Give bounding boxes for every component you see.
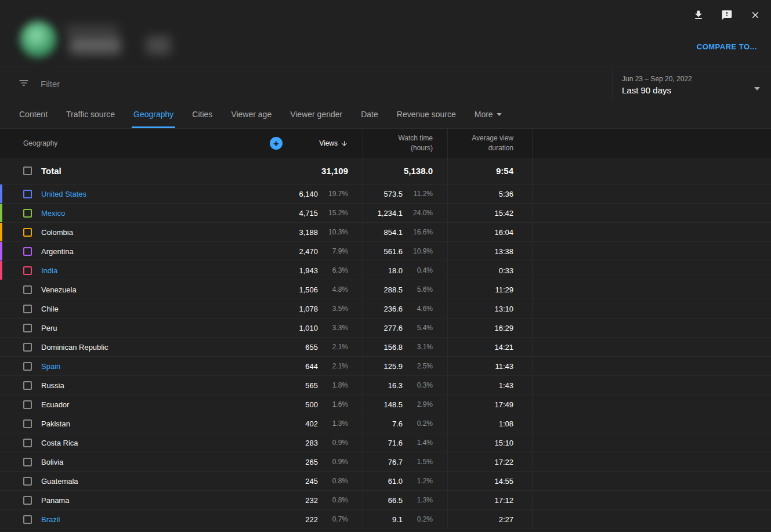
row-spacer [532,223,771,241]
views-value: 2,470 [299,247,318,256]
row-checkbox[interactable] [23,247,32,256]
row-spacer [532,158,771,184]
table-row[interactable]: Ecuador 500 1.6% 148.5 2.9% 17:49 [0,395,771,414]
download-icon[interactable] [692,9,705,21]
row-checkbox[interactable] [23,228,32,237]
tab-content[interactable]: Content [10,100,57,128]
country-name[interactable]: Costa Rica [41,439,78,447]
row-spacer [532,338,771,356]
compare-to-button[interactable]: COMPARE TO... [697,42,757,51]
tab-revenue-source[interactable]: Revenue source [388,100,465,128]
row-checkbox[interactable] [23,439,32,447]
country-name[interactable]: India [41,266,57,275]
redacted-channel-name [70,37,121,54]
views-percent: 3.5% [318,305,348,313]
country-name[interactable]: Dominican Republic [41,343,108,352]
views-column-header[interactable]: Views [276,129,363,158]
table-row[interactable]: Bolivia 265 0.9% 76.7 1.5% 17:22 [0,453,771,472]
row-checkbox[interactable] [23,209,32,218]
table-header: Geography + Views Watch time (hours) Ave… [0,129,771,158]
table-row[interactable]: Dominican Republic 655 2.1% 156.8 3.1% 1… [0,338,771,357]
row-checkbox[interactable] [23,496,32,505]
views-percent: 0.8% [318,496,348,504]
watch-time-value: 66.5 [388,496,403,505]
country-name[interactable]: Mexico [41,209,65,218]
window-actions [692,9,762,21]
avg-duration-value: 1:43 [499,381,513,390]
date-range-selector[interactable]: Jun 23 – Sep 20, 2022 Last 90 days [612,67,771,100]
chevron-down-icon [497,113,502,116]
table-row[interactable]: United States 6,140 19.7% 573.5 11.2% 5:… [0,184,771,204]
country-name[interactable]: Venezuela [41,285,77,294]
table-row[interactable]: Russia 565 1.8% 16.3 0.3% 1:43 [0,376,771,395]
avg-duration-value: 11:29 [495,285,513,294]
watch-time-value: 1,234.1 [378,209,403,218]
row-spacer [532,299,771,318]
row-checkbox[interactable] [23,266,32,275]
watch-time-column-header[interactable]: Watch time (hours) [363,129,447,158]
table-row[interactable]: Mexico 4,715 15.2% 1,234.1 24.0% 15:42 [0,204,771,223]
table-row[interactable]: Argentina 2,470 7.9% 561.6 10.9% 13:38 [0,242,771,261]
table-row[interactable]: Guatemala 245 0.8% 61.0 1.2% 14:55 [0,472,771,491]
filter-input[interactable]: Filter [0,67,612,100]
tab-more[interactable]: More [465,100,511,128]
row-checkbox[interactable] [23,305,32,313]
views-value: 4,715 [299,209,318,218]
table-row[interactable]: Spain 644 2.1% 125.9 2.5% 11:43 [0,357,771,376]
add-metric-button[interactable]: + [270,137,283,150]
country-name[interactable]: Argentina [41,247,74,256]
country-name[interactable]: Panama [41,496,69,505]
tab-viewer-age[interactable]: Viewer age [222,100,281,128]
country-name[interactable]: Russia [41,381,64,390]
avg-duration-column-header[interactable]: Average view duration [447,129,532,158]
country-name[interactable]: Chile [41,305,59,313]
row-checkbox[interactable] [23,515,32,524]
table-row[interactable]: Pakistan 402 1.3% 7.6 0.2% 1:08 [0,414,771,433]
total-row: Total 31,109 5,138.0 9:54 [0,158,771,184]
country-name[interactable]: Bolivia [41,458,63,466]
table-row[interactable]: Venezuela 1,506 4.8% 288.5 5.6% 11:29 [0,280,771,299]
watch-time-percent: 0.4% [403,266,433,274]
country-name[interactable]: Spain [41,362,60,371]
table-row[interactable]: Colombia 3,188 10.3% 854.1 16.6% 16:04 [0,223,771,242]
row-checkbox[interactable] [23,400,32,409]
tab-cities[interactable]: Cities [183,100,222,128]
row-checkbox[interactable] [23,285,32,294]
country-name[interactable]: Peru [41,324,57,332]
table-row[interactable]: Panama 232 0.8% 66.5 1.3% 17:12 [0,491,771,510]
country-name[interactable]: Brazil [41,515,60,524]
row-spacer [532,280,771,299]
row-checkbox[interactable] [23,458,32,466]
table-row[interactable]: Brazil 222 0.7% 9.1 0.2% 2:27 [0,510,771,529]
row-checkbox[interactable] [23,324,32,332]
close-icon[interactable] [749,9,762,21]
country-name[interactable]: Guatemala [41,477,78,486]
feedback-icon[interactable] [721,9,733,21]
row-spacer [532,261,771,280]
country-name[interactable]: Ecuador [41,400,69,409]
tab-viewer-gender[interactable]: Viewer gender [281,100,352,128]
row-checkbox[interactable] [23,477,32,486]
tab-geography[interactable]: Geography [124,100,183,128]
row-checkbox[interactable] [23,362,32,371]
row-checkbox[interactable] [23,381,32,390]
row-checkbox[interactable] [23,419,32,428]
row-checkbox[interactable] [23,190,32,198]
row-spacer [532,491,771,509]
watch-time-value: 148.5 [383,400,403,409]
country-name[interactable]: Colombia [41,228,73,237]
total-checkbox[interactable] [23,167,32,175]
table-row[interactable]: Costa Rica 283 0.9% 71.6 1.4% 15:10 [0,433,771,453]
country-name[interactable]: United States [41,190,86,198]
country-name[interactable]: Pakistan [41,419,70,428]
table-row[interactable]: Peru 1,010 3.3% 277.6 5.4% 16:29 [0,319,771,338]
row-checkbox[interactable] [23,343,32,352]
views-percent: 2.1% [318,343,348,351]
table-row[interactable]: India 1,943 6.3% 18.0 0.4% 0:33 [0,261,771,280]
tab-traffic-source[interactable]: Traffic source [57,100,124,128]
tab-date[interactable]: Date [352,100,388,128]
table-row[interactable]: Chile 1,078 3.5% 236.6 4.6% 13:10 [0,299,771,319]
views-percent: 0.7% [318,515,348,523]
row-spacer [532,414,771,433]
watch-time-value: 16.3 [388,381,403,390]
